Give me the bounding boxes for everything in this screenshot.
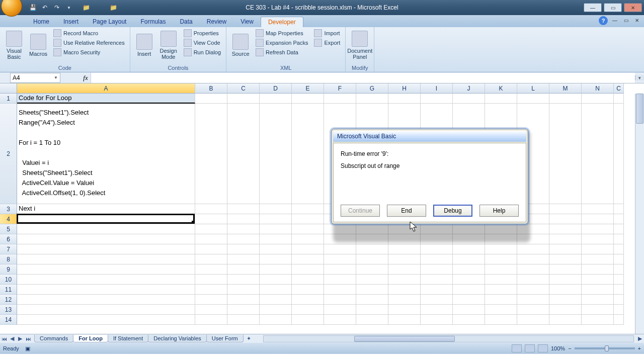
cell-A10[interactable]	[17, 275, 195, 285]
cell-J11[interactable]	[453, 285, 485, 295]
tab-data[interactable]: Data	[173, 17, 199, 27]
cell-D13[interactable]	[260, 305, 292, 315]
run-dialog-button[interactable]: Run Dialog	[182, 48, 223, 57]
view-code-button[interactable]: View Code	[182, 38, 223, 47]
row-header-10[interactable]: 10	[0, 275, 17, 285]
row-header-8[interactable]: 8	[0, 254, 17, 264]
folder-icon-2[interactable]: 📁	[109, 3, 118, 12]
document-panel-button[interactable]: Document Panel	[349, 29, 371, 62]
cell-C13[interactable]	[227, 305, 260, 315]
cell-C7[interactable]	[614, 244, 624, 254]
properties-button[interactable]: Properties	[182, 29, 223, 38]
sheet-tab-user-form[interactable]: User Form	[206, 335, 244, 342]
macro-security-button[interactable]: Macro Security	[51, 48, 127, 57]
cell-K13[interactable]	[485, 305, 517, 315]
cell-H1[interactable]	[388, 94, 421, 104]
cell-M10[interactable]	[549, 275, 582, 285]
vscroll-thumb[interactable]	[636, 94, 643, 124]
vertical-scrollbar[interactable]	[635, 94, 644, 334]
cell-E10[interactable]	[292, 275, 324, 285]
cell-A1[interactable]: Code for For Loop	[17, 94, 195, 104]
tab-next-icon[interactable]: ▶	[16, 335, 24, 343]
cell-G13[interactable]	[356, 305, 388, 315]
cell-A8[interactable]	[17, 254, 195, 264]
maximize-button[interactable]: ▭	[604, 3, 622, 12]
cell-H12[interactable]	[388, 295, 421, 305]
col-header-J[interactable]: J	[453, 83, 485, 94]
formula-input[interactable]	[91, 73, 635, 83]
refresh-data-button[interactable]: Refresh Data	[254, 48, 310, 57]
cell-D6[interactable]	[260, 234, 292, 244]
cell-K14[interactable]	[485, 315, 517, 325]
tab-review[interactable]: Review	[200, 17, 233, 27]
cell-A6[interactable]	[17, 234, 195, 244]
cell-M11[interactable]	[549, 285, 582, 295]
macros-button[interactable]: Macros	[27, 29, 49, 62]
row-header-7[interactable]: 7	[0, 244, 17, 254]
cell-K10[interactable]	[485, 275, 517, 285]
cell-E4[interactable]	[292, 214, 324, 224]
cell-A11[interactable]	[17, 285, 195, 295]
cell-N9[interactable]	[582, 264, 614, 275]
cell-C2[interactable]	[227, 104, 260, 204]
cell-F13[interactable]	[324, 305, 356, 315]
cell-C10[interactable]	[614, 275, 624, 285]
cell-L12[interactable]	[517, 295, 549, 305]
cell-L13[interactable]	[517, 305, 549, 315]
col-header-I[interactable]: I	[421, 83, 453, 94]
cell-G11[interactable]	[356, 285, 388, 295]
row-header-5[interactable]: 5	[0, 224, 17, 234]
cell-F10[interactable]	[324, 275, 356, 285]
cell-M9[interactable]	[549, 264, 582, 275]
tab-home[interactable]: Home	[26, 17, 56, 27]
cell-G8[interactable]	[356, 254, 388, 264]
mdi-restore[interactable]: ▭	[622, 16, 630, 24]
cell-C13[interactable]	[614, 305, 624, 315]
row-header-1[interactable]: 1	[0, 94, 17, 104]
cell-J1[interactable]	[453, 94, 485, 104]
cell-C1[interactable]	[227, 94, 260, 104]
cell-B8[interactable]	[195, 254, 227, 264]
tab-prev-icon[interactable]: ◀	[8, 335, 16, 343]
cell-F1[interactable]	[324, 94, 356, 104]
row-header-6[interactable]: 6	[0, 234, 17, 244]
cell-K11[interactable]	[485, 285, 517, 295]
cell-B3[interactable]	[195, 204, 227, 214]
cell-M2[interactable]	[549, 104, 582, 204]
tab-developer[interactable]: Developer	[261, 17, 303, 27]
cell-F11[interactable]	[324, 285, 356, 295]
cell-D11[interactable]	[260, 285, 292, 295]
cell-M1[interactable]	[549, 94, 582, 104]
tab-view[interactable]: View	[233, 17, 261, 27]
cell-N6[interactable]	[582, 234, 614, 244]
col-header-L[interactable]: L	[517, 83, 549, 94]
cell-G7[interactable]	[356, 244, 388, 254]
cell-M4[interactable]	[549, 214, 582, 224]
name-box-dropdown-icon[interactable]: ▼	[54, 75, 58, 80]
cell-B14[interactable]	[195, 315, 227, 325]
cell-H8[interactable]	[388, 254, 421, 264]
cell-C3[interactable]	[614, 204, 624, 214]
cell-G1[interactable]	[356, 94, 388, 104]
cell-M6[interactable]	[549, 234, 582, 244]
cell-E2[interactable]	[292, 104, 324, 204]
cell-D3[interactable]	[260, 204, 292, 214]
cell-C8[interactable]	[227, 254, 260, 264]
cell-E14[interactable]	[292, 315, 324, 325]
end-button[interactable]: End	[387, 205, 426, 217]
cell-C2[interactable]	[614, 104, 624, 204]
redo-icon[interactable]: ↷	[52, 3, 61, 12]
cell-C8[interactable]	[614, 254, 624, 264]
cell-H11[interactable]	[388, 285, 421, 295]
cell-C3[interactable]	[227, 204, 260, 214]
cell-C14[interactable]	[614, 315, 624, 325]
row-header-14[interactable]: 14	[0, 315, 17, 325]
cell-K7[interactable]	[485, 244, 517, 254]
cell-K1[interactable]	[485, 94, 517, 104]
cell-N13[interactable]	[582, 305, 614, 315]
insert-button[interactable]: Insert	[133, 29, 155, 62]
cell-F12[interactable]	[324, 295, 356, 305]
cell-I7[interactable]	[421, 244, 453, 254]
cell-D2[interactable]	[260, 104, 292, 204]
cell-B12[interactable]	[195, 295, 227, 305]
